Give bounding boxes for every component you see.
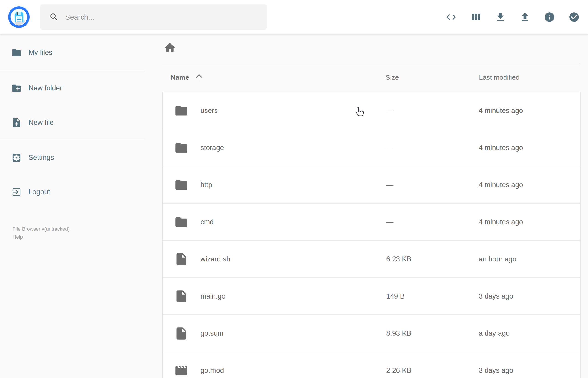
- note-add-icon: [11, 117, 22, 128]
- upload-icon: [519, 11, 531, 23]
- sidebar-credits: File Browser v(untracked) Help: [13, 225, 70, 241]
- sidebar-item-new-file[interactable]: New file: [0, 109, 144, 136]
- row-size: —: [386, 144, 393, 152]
- row-name: users: [200, 107, 218, 115]
- sidebar-item-settings[interactable]: Settings: [0, 144, 144, 171]
- row-modified: 4 minutes ago: [479, 144, 523, 152]
- movie-file-icon: [174, 364, 188, 378]
- app-version-text: File Browser v(untracked): [13, 225, 70, 233]
- check-circle-icon: [568, 11, 580, 23]
- sidebar-divider: [0, 140, 144, 140]
- sidebar-item-label: New folder: [28, 84, 62, 92]
- sidebar-item-label: Settings: [28, 153, 54, 162]
- file-icon: [174, 252, 188, 266]
- listing-row-go-sum[interactable]: go.sum 8.93 KB a day ago: [163, 315, 580, 352]
- sort-ascending-arrow-icon: [194, 72, 204, 82]
- folder-icon: [174, 104, 188, 118]
- row-size: 149 B: [386, 292, 405, 300]
- download-button[interactable]: [495, 11, 506, 23]
- breadcrumb-divider: [162, 64, 581, 64]
- sidebar-item-logout[interactable]: Logout: [0, 178, 144, 206]
- row-name: storage: [200, 144, 224, 152]
- sidebar-divider: [0, 71, 144, 71]
- row-modified: an hour ago: [479, 255, 516, 263]
- row-size: 2.26 KB: [386, 366, 411, 375]
- row-size: —: [386, 218, 393, 226]
- sidebar: My files New folder New file Settings Lo…: [0, 34, 144, 378]
- sidebar-item-label: New file: [28, 118, 53, 127]
- listing-row-storage[interactable]: storage — 4 minutes ago: [163, 129, 580, 166]
- row-modified: 4 minutes ago: [479, 218, 523, 226]
- folder-icon: [11, 47, 22, 58]
- info-icon: [544, 11, 555, 23]
- row-name: go.sum: [200, 329, 224, 338]
- folder-icon: [174, 178, 188, 192]
- row-modified: 3 days ago: [479, 366, 513, 375]
- code-icon: [445, 11, 457, 23]
- help-link[interactable]: Help: [13, 233, 23, 241]
- column-header-size[interactable]: Size: [386, 74, 399, 81]
- exit-to-app-icon: [11, 187, 22, 197]
- listing-row-cmd[interactable]: cmd — 4 minutes ago: [163, 203, 580, 241]
- app-logo-floppy-icon[interactable]: [8, 6, 30, 28]
- row-name: go.mod: [200, 366, 224, 375]
- info-button[interactable]: [544, 11, 555, 23]
- listing-row-users[interactable]: users — 4 minutes ago: [163, 92, 580, 129]
- row-modified: 3 days ago: [479, 292, 513, 300]
- row-size: —: [386, 107, 393, 115]
- search-icon: [49, 12, 59, 22]
- row-name: http: [200, 181, 212, 189]
- breadcrumb-home-icon[interactable]: [164, 41, 176, 54]
- file-icon: [174, 326, 188, 341]
- column-header-name-label: Name: [171, 74, 189, 81]
- topbar-actions: [445, 0, 580, 34]
- upload-button[interactable]: [519, 11, 531, 23]
- row-modified: a day ago: [479, 329, 510, 338]
- folder-icon: [174, 215, 188, 229]
- folder-icon: [174, 141, 188, 155]
- listing-row-http[interactable]: http — 4 minutes ago: [163, 166, 580, 203]
- file-icon: [174, 289, 188, 304]
- row-size: 8.93 KB: [386, 329, 411, 338]
- topbar: [0, 0, 588, 34]
- listing-headers: Name Size Last modified: [144, 71, 588, 84]
- row-name: main.go: [200, 292, 226, 300]
- switch-view-button[interactable]: [470, 11, 481, 23]
- row-size: —: [386, 181, 393, 189]
- sidebar-item-label: My files: [28, 49, 52, 57]
- settings-gear-icon: [11, 152, 22, 163]
- row-size: 6.23 KB: [386, 255, 411, 263]
- sidebar-item-my-files[interactable]: My files: [0, 39, 144, 66]
- view-module-icon: [470, 11, 481, 23]
- search-input[interactable]: [65, 13, 267, 21]
- column-header-modified[interactable]: Last modified: [479, 74, 520, 81]
- search-bar: [40, 4, 267, 30]
- row-modified: 4 minutes ago: [479, 107, 523, 115]
- row-name: wizard.sh: [200, 255, 230, 263]
- row-name: cmd: [200, 218, 214, 226]
- main-content: Name Size Last modified users — 4 minute…: [144, 34, 588, 378]
- file-browser-app: { "app": { "name": "File Browser", "logo…: [0, 0, 588, 378]
- listing-row-main-go[interactable]: main.go 149 B 3 days ago: [163, 278, 580, 315]
- create-new-folder-icon: [11, 83, 22, 94]
- download-icon: [495, 11, 506, 23]
- listing-row-wizard-sh[interactable]: wizard.sh 6.23 KB an hour ago: [163, 241, 580, 278]
- sidebar-item-label: Logout: [28, 188, 50, 196]
- code-view-button[interactable]: [445, 11, 457, 23]
- column-header-name[interactable]: Name: [171, 72, 204, 82]
- file-listing: users — 4 minutes ago storage — 4 minute…: [162, 92, 581, 378]
- sidebar-item-new-folder[interactable]: New folder: [0, 74, 144, 102]
- select-multiple-button[interactable]: [568, 11, 580, 23]
- listing-row-go-mod[interactable]: go.mod 2.26 KB 3 days ago: [163, 352, 580, 378]
- row-modified: 4 minutes ago: [479, 181, 523, 189]
